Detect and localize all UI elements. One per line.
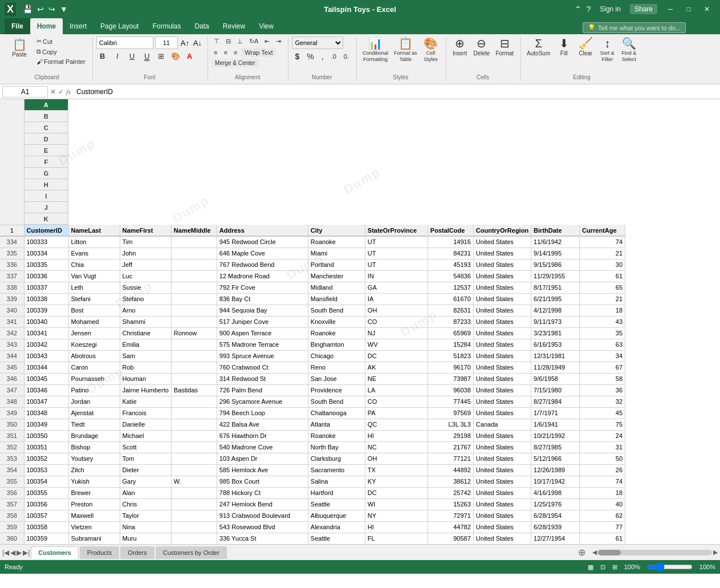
cell[interactable]: Jairne Humberto	[120, 384, 171, 396]
cell[interactable]: 100353	[24, 464, 68, 476]
cell[interactable]: Alan	[120, 487, 171, 498]
cell[interactable]: 61	[580, 270, 625, 282]
cell[interactable]: CO	[365, 316, 428, 327]
cell[interactable]: San Jose	[308, 373, 365, 384]
cell[interactable]: Zilch	[68, 464, 120, 476]
cell[interactable]: 100340	[24, 316, 68, 327]
cell[interactable]: 100336	[24, 270, 68, 282]
cell[interactable]: Yukish	[68, 476, 120, 487]
cell[interactable]: Leth	[68, 282, 120, 293]
cell[interactable]: United States	[473, 339, 531, 350]
cell[interactable]: 1/6/1941	[531, 419, 580, 430]
cell[interactable]: John	[120, 248, 171, 259]
cell[interactable]: Portland	[308, 259, 365, 270]
cell[interactable]: 73987	[428, 373, 473, 384]
cell[interactable]: 12/27/1954	[531, 533, 580, 544]
cell[interactable]: 100359	[24, 533, 68, 544]
cell[interactable]: DC	[365, 487, 428, 498]
cell[interactable]: Binghamton	[308, 339, 365, 350]
cell[interactable]: United States	[473, 464, 531, 476]
cell[interactable]: 6/28/1954	[531, 510, 580, 521]
align-bottom-button[interactable]: ⊥	[235, 37, 245, 46]
cell[interactable]: 45193	[428, 259, 473, 270]
cell[interactable]	[171, 248, 217, 259]
cell[interactable]: IA	[365, 293, 428, 305]
cell[interactable]: 676 Hawthorn Dr	[217, 430, 308, 441]
cell[interactable]: Rob	[120, 362, 171, 373]
cell[interactable]: United States	[473, 316, 531, 327]
cell[interactable]: Stefani	[68, 293, 120, 305]
cell[interactable]: 74	[580, 476, 625, 487]
cell[interactable]: 6/16/1953	[531, 339, 580, 350]
scroll-thumb[interactable]	[598, 550, 621, 555]
cell[interactable]	[171, 350, 217, 362]
cell[interactable]: 58	[580, 373, 625, 384]
cell[interactable]: CO	[365, 396, 428, 407]
cell[interactable]: Dieter	[120, 464, 171, 476]
format-table-button[interactable]: 📋 Format asTable	[392, 37, 420, 64]
cell[interactable]	[171, 533, 217, 544]
cell[interactable]: Taylor	[120, 510, 171, 521]
cell[interactable]: 540 Madrone Cove	[217, 441, 308, 453]
cell[interactable]: FL	[365, 533, 428, 544]
cell[interactable]: United States	[473, 362, 531, 373]
underline-button[interactable]: U	[126, 51, 139, 62]
wrap-text-button[interactable]: Wrap Text	[241, 48, 276, 57]
cell[interactable]: 97569	[428, 407, 473, 419]
cell[interactable]: 646 Maple Cove	[217, 248, 308, 259]
tab-formulas[interactable]: Formulas	[145, 18, 188, 34]
cell[interactable]: TX	[365, 464, 428, 476]
col-header-E[interactable]: E	[25, 145, 69, 156]
cell[interactable]: Midland	[308, 282, 365, 293]
cell[interactable]	[171, 316, 217, 327]
cell[interactable]: 100348	[24, 407, 68, 419]
paste-button[interactable]: 📋 Paste	[6, 37, 33, 60]
cell[interactable]: 62	[580, 510, 625, 521]
cell[interactable]: United States	[473, 396, 531, 407]
cell[interactable]: 9/14/1995	[531, 248, 580, 259]
cell[interactable]: 788 Hickory Ct	[217, 487, 308, 498]
cell[interactable]: DC	[365, 350, 428, 362]
cell[interactable]: 100354	[24, 476, 68, 487]
cell[interactable]: 82631	[428, 305, 473, 316]
cell[interactable]: Chattanooga	[308, 407, 365, 419]
cell[interactable]: 985 Box Court	[217, 476, 308, 487]
cell[interactable]: 8/27/1984	[531, 396, 580, 407]
cell[interactable]: United States	[473, 305, 531, 316]
cell[interactable]	[171, 441, 217, 453]
cell[interactable]: Ajenstat	[68, 407, 120, 419]
cell[interactable]: Maxwell	[68, 510, 120, 521]
cell[interactable]: AK	[365, 362, 428, 373]
cell[interactable]: Luc	[120, 270, 171, 282]
cell[interactable]: 993 Spruce Avenue	[217, 350, 308, 362]
cell[interactable]: Vietzen	[68, 521, 120, 533]
redo-icon[interactable]: ↪	[47, 3, 56, 15]
confirm-formula-icon[interactable]: ✓	[58, 88, 64, 96]
cell[interactable]: United States	[473, 373, 531, 384]
cell[interactable]: 44782	[428, 521, 473, 533]
cell[interactable]: Mansfield	[308, 293, 365, 305]
cell[interactable]: HI	[365, 521, 428, 533]
tab-file[interactable]: File	[5, 18, 30, 34]
ribbon-collapse-icon[interactable]: ⌃	[575, 5, 581, 14]
underline2-button[interactable]: U	[141, 51, 153, 62]
header-cell-I1[interactable]: CountryOrRegion	[473, 225, 531, 236]
first-sheet-icon[interactable]: |◀	[2, 549, 9, 557]
cell-styles-button[interactable]: 🎨 CellStyles	[421, 37, 441, 64]
borders-button[interactable]: ⊞	[156, 51, 166, 62]
cell[interactable]: United States	[473, 487, 531, 498]
cell[interactable]: 77121	[428, 453, 473, 464]
cell[interactable]	[171, 259, 217, 270]
cell[interactable]	[171, 453, 217, 464]
cell[interactable]: 575 Madrone Terrace	[217, 339, 308, 350]
cell[interactable]: Tim	[120, 236, 171, 248]
cell[interactable]: 100349	[24, 419, 68, 430]
align-middle-button[interactable]: ⊟	[223, 37, 233, 46]
format-button[interactable]: ⊟ Format	[493, 37, 516, 58]
cell[interactable]: 100347	[24, 396, 68, 407]
cell[interactable]: Litton	[68, 236, 120, 248]
close-button[interactable]: ✕	[698, 0, 715, 18]
cell[interactable]: Clarksburg	[308, 453, 365, 464]
cell[interactable]: 77445	[428, 396, 473, 407]
cell[interactable]: 543 Rosewood Blvd	[217, 521, 308, 533]
